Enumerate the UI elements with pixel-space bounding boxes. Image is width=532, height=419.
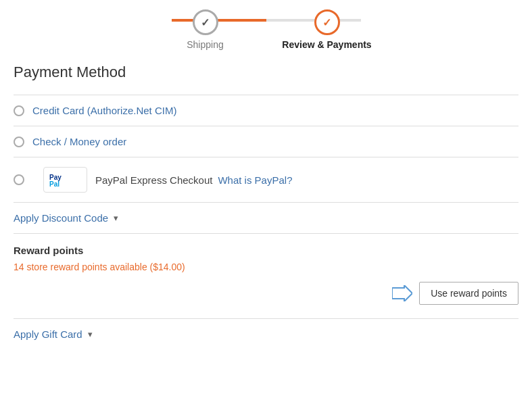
what-is-paypal-link[interactable]: What is PayPal? bbox=[218, 174, 292, 186]
radio-credit-card[interactable] bbox=[14, 105, 24, 116]
radio-paypal[interactable] bbox=[14, 174, 24, 185]
credit-card-label: Credit Card (Authorize.Net CIM) bbox=[32, 105, 176, 116]
paypal-logo-svg: Pay Pal bbox=[48, 170, 83, 189]
discount-code-accordion[interactable]: Apply Discount Code ▾ bbox=[14, 203, 518, 233]
step-shipping-label: Shipping bbox=[187, 39, 224, 50]
checkmark-orange-icon: ✓ bbox=[322, 16, 331, 29]
discount-code-label: Apply Discount Code bbox=[14, 212, 108, 224]
reward-actions: Use reward points bbox=[14, 282, 518, 312]
svg-marker-2 bbox=[392, 285, 412, 301]
payment-method-title: Payment Method bbox=[14, 64, 518, 81]
gift-card-chevron-icon: ▾ bbox=[88, 329, 93, 339]
discount-chevron-icon: ▾ bbox=[114, 213, 118, 223]
main-content: Payment Method Credit Card (Authorize.Ne… bbox=[0, 57, 532, 363]
gift-card-accordion[interactable]: Apply Gift Card ▾ bbox=[14, 319, 518, 349]
payment-option-paypal[interactable]: Pay Pal PayPal Express Checkout What is … bbox=[14, 157, 518, 202]
reward-points-info: 14 store reward points available ($14.00… bbox=[14, 262, 518, 272]
reward-points-section: Reward points 14 store reward points ava… bbox=[14, 234, 518, 318]
payment-option-credit-card[interactable]: Credit Card (Authorize.Net CIM) bbox=[14, 95, 518, 126]
step-review-circle: ✓ bbox=[314, 9, 340, 35]
radio-check[interactable] bbox=[14, 137, 24, 147]
stepper-steps: ✓ Shipping ✓ Review & Payments bbox=[145, 9, 388, 50]
step-shipping: ✓ Shipping bbox=[145, 9, 266, 50]
checkout-stepper: ✓ Shipping ✓ Review & Payments bbox=[0, 0, 532, 57]
reward-points-title: Reward points bbox=[14, 245, 518, 256]
step-shipping-circle: ✓ bbox=[193, 9, 218, 35]
check-label: Check / Money order bbox=[32, 136, 126, 147]
paypal-logo: Pay Pal bbox=[43, 167, 87, 193]
step-review: ✓ Review & Payments bbox=[266, 9, 388, 50]
use-reward-points-button[interactable]: Use reward points bbox=[419, 282, 518, 305]
paypal-label: PayPal Express Checkout bbox=[95, 174, 212, 186]
gift-card-label: Apply Gift Card bbox=[14, 328, 82, 340]
payment-option-check[interactable]: Check / Money order bbox=[14, 126, 518, 157]
step-review-label: Review & Payments bbox=[282, 39, 371, 50]
arrow-right-icon bbox=[392, 285, 412, 301]
svg-text:Pal: Pal bbox=[49, 180, 59, 188]
checkmark-icon: ✓ bbox=[201, 16, 210, 29]
